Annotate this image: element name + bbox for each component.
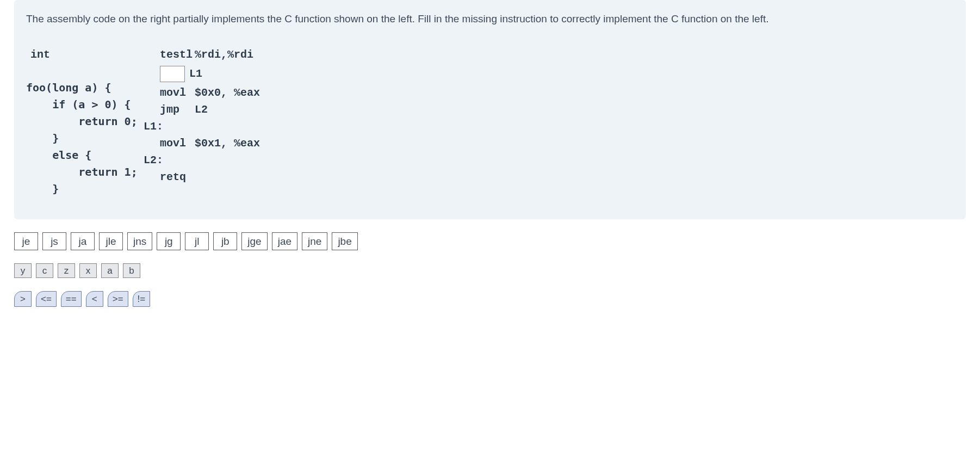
token-jle[interactable]: jle bbox=[99, 232, 123, 250]
asm-line: testl%rdi,%rdi bbox=[144, 46, 260, 63]
asm-line: movl$0x0, %eax bbox=[144, 84, 260, 101]
token-ja[interactable]: ja bbox=[71, 232, 95, 250]
asm-op: movl bbox=[144, 84, 195, 101]
c-code-line: } bbox=[26, 130, 144, 147]
token-ne[interactable]: != bbox=[133, 291, 151, 307]
token-eq[interactable]: == bbox=[61, 291, 82, 307]
asm-args: %rdi,%rdi bbox=[195, 46, 253, 63]
question-panel: The assembly code on the right partially… bbox=[14, 0, 966, 219]
token-z[interactable]: z bbox=[58, 263, 75, 278]
c-code-line: foo(long a) { bbox=[26, 79, 144, 96]
token-jns[interactable]: jns bbox=[127, 232, 152, 250]
token-js[interactable]: js bbox=[42, 232, 66, 250]
token-jge[interactable]: jge bbox=[241, 232, 267, 250]
asm-args: L2 bbox=[195, 101, 208, 118]
c-code-column: int foo(long a) { if (a > 0) { return 0;… bbox=[26, 46, 144, 197]
asm-op: movl bbox=[144, 135, 195, 152]
asm-line: jmpL2 bbox=[144, 101, 260, 118]
question-text: The assembly code on the right partially… bbox=[26, 11, 954, 27]
token-jae[interactable]: jae bbox=[272, 232, 297, 250]
token-jne[interactable]: jne bbox=[302, 232, 327, 250]
c-return-type: int bbox=[30, 46, 144, 63]
c-code-line: else { bbox=[26, 147, 144, 164]
asm-blank-line: L1 bbox=[144, 63, 260, 84]
asm-line: retq bbox=[144, 169, 260, 186]
token-je[interactable]: je bbox=[14, 232, 38, 250]
token-x[interactable]: x bbox=[79, 263, 97, 278]
asm-code-column: testl%rdi,%rdi L1 movl$0x0, %eax jmpL2 L… bbox=[144, 46, 260, 197]
asm-args: $0x1, %eax bbox=[195, 135, 260, 152]
token-palette: je js ja jle jns jg jl jb jge jae jne jb… bbox=[14, 232, 966, 307]
c-code-line: } bbox=[26, 181, 144, 197]
token-a[interactable]: a bbox=[101, 263, 119, 278]
asm-blank-target: L1 bbox=[189, 65, 202, 82]
asm-op: jmp bbox=[144, 101, 195, 118]
asm-op: testl bbox=[144, 46, 195, 63]
asm-label: L1: bbox=[144, 118, 260, 135]
c-code-line: if (a > 0) { bbox=[26, 96, 144, 113]
token-le[interactable]: <= bbox=[36, 291, 57, 307]
asm-label-text: L1: bbox=[144, 118, 163, 135]
token-lt[interactable]: < bbox=[86, 291, 103, 307]
token-y[interactable]: y bbox=[14, 263, 32, 278]
asm-label: L2: bbox=[144, 152, 260, 169]
token-jb[interactable]: jb bbox=[213, 232, 237, 250]
var-token-row: y c z x a b bbox=[14, 263, 966, 278]
token-jbe[interactable]: jbe bbox=[332, 232, 357, 250]
c-code-line: return 1; bbox=[26, 164, 144, 181]
token-jg[interactable]: jg bbox=[157, 232, 181, 250]
op-token-row: > <= == < >= != bbox=[14, 291, 966, 307]
asm-line: movl$0x1, %eax bbox=[144, 135, 260, 152]
token-c[interactable]: c bbox=[36, 263, 53, 278]
asm-op: retq bbox=[144, 169, 195, 186]
answer-blank[interactable] bbox=[160, 66, 185, 82]
code-area: int foo(long a) { if (a > 0) { return 0;… bbox=[26, 41, 954, 197]
token-gt[interactable]: > bbox=[14, 291, 32, 307]
token-jl[interactable]: jl bbox=[185, 232, 209, 250]
asm-args: $0x0, %eax bbox=[195, 84, 260, 101]
token-ge[interactable]: >= bbox=[108, 291, 128, 307]
c-code-line: return 0; bbox=[26, 113, 144, 130]
token-b[interactable]: b bbox=[123, 263, 140, 278]
jump-token-row: je js ja jle jns jg jl jb jge jae jne jb… bbox=[14, 232, 966, 250]
asm-label-text: L2: bbox=[144, 152, 163, 169]
